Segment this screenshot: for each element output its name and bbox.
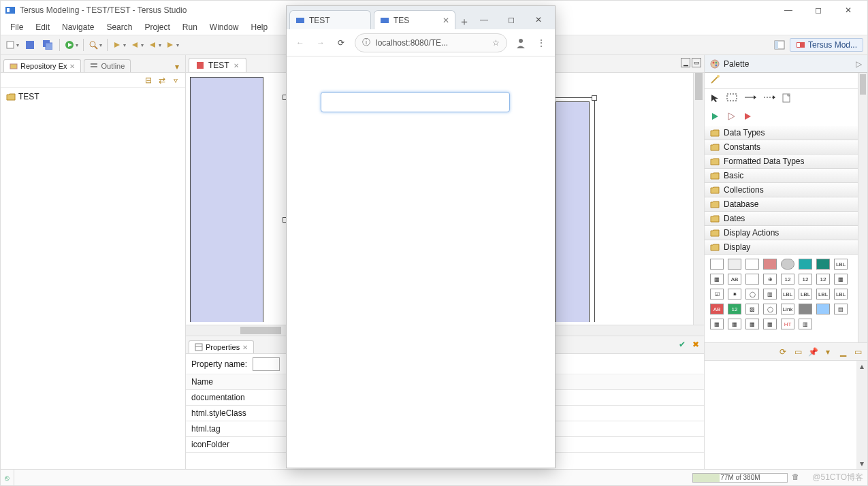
connection-tool-icon[interactable] [744, 93, 756, 105]
run-button[interactable] [64, 37, 79, 52]
widget-icon[interactable] [763, 259, 777, 270]
site-info-icon[interactable]: ⓘ [362, 37, 370, 48]
collapse-all-icon[interactable]: ⊟ [143, 75, 154, 86]
nav-back-button[interactable] [129, 37, 144, 52]
widget-icon[interactable]: ◯ [763, 304, 777, 314]
widget-icon[interactable] [728, 259, 741, 270]
widget-icon[interactable] [816, 304, 830, 314]
save-button[interactable] [22, 37, 37, 52]
menu-navigate[interactable]: Navigate [58, 21, 98, 33]
focused-text-input[interactable] [321, 92, 510, 112]
widget-icon[interactable]: ▥ [799, 319, 812, 329]
profile-icon[interactable] [514, 36, 528, 50]
widget-icon[interactable] [799, 304, 812, 314]
tab-repository-explorer[interactable]: Repository Ex ✕ [3, 59, 81, 72]
widget-icon[interactable]: HT [781, 319, 794, 329]
ide-minimize-button[interactable]: — [773, 1, 803, 20]
widget-icon[interactable]: ◯ [745, 289, 759, 299]
new-button[interactable] [5, 37, 20, 52]
heap-status[interactable]: 77M of 380M [692, 473, 788, 483]
widget-icon[interactable]: LBL [816, 289, 830, 299]
reload-icon[interactable]: ⟳ [334, 36, 348, 50]
widget-icon[interactable]: ✷ [728, 289, 741, 299]
maximize-icon[interactable]: ▭ [852, 346, 863, 357]
dashed-connection-tool-icon[interactable] [763, 93, 775, 105]
view-menu-icon[interactable]: ▾ [172, 61, 182, 72]
tab-properties[interactable]: Properties ✕ [189, 340, 254, 353]
menu-project[interactable]: Project [140, 21, 174, 33]
palette-vscrollbar[interactable] [858, 73, 867, 342]
widget-icon[interactable]: ▦ [763, 319, 777, 329]
close-icon[interactable]: ✕ [242, 344, 248, 351]
drawer-database[interactable]: Database [705, 197, 867, 212]
widget-icon[interactable]: ☑ [710, 289, 724, 299]
drawer-dates[interactable]: Dates [705, 212, 867, 226]
widget-icon[interactable] [745, 274, 759, 285]
search-button[interactable] [88, 37, 103, 52]
widget-icon[interactable]: AB [710, 304, 724, 314]
drawer-basic[interactable]: Basic [705, 169, 867, 183]
palette-collapse-icon[interactable]: ▷ [856, 59, 862, 69]
menu-search[interactable]: Search [102, 21, 136, 33]
browser-close-button[interactable]: ✕ [525, 10, 552, 29]
widget-icon[interactable]: ▦ [710, 319, 724, 329]
widget-icon[interactable]: 12 [728, 304, 741, 314]
tab-close-icon[interactable]: ✕ [443, 16, 449, 25]
palette-header[interactable]: Palette ▷ [705, 55, 867, 73]
resize-handle[interactable] [592, 95, 597, 101]
drawer-collections[interactable]: Collections [705, 183, 867, 197]
menu-file[interactable]: File [6, 21, 27, 33]
drawer-display-actions[interactable]: Display Actions [705, 226, 867, 240]
drawer-formatted-data-types[interactable]: Formatted Data Types [705, 155, 867, 169]
link-editor-icon[interactable]: ⇄ [157, 75, 167, 86]
bookmark-star-icon[interactable]: ☆ [492, 38, 500, 48]
widget-icon[interactable] [799, 259, 812, 270]
save-all-button[interactable] [40, 37, 55, 52]
forward-history-button[interactable] [165, 37, 180, 52]
ide-close-button[interactable]: ✕ [833, 1, 863, 20]
editor-vscrollbar[interactable] [693, 73, 704, 325]
widget-icon[interactable]: LBL [799, 289, 812, 299]
gc-trash-icon[interactable]: 🗑 [792, 472, 803, 483]
play-green-icon[interactable] [710, 112, 720, 123]
widget-icon[interactable]: AB [728, 274, 741, 285]
menu-edit[interactable]: Edit [31, 21, 54, 33]
widget-icon[interactable]: ▥ [763, 289, 777, 299]
pin-icon[interactable]: 📌 [807, 346, 818, 357]
widget-icon[interactable]: ▦ [728, 319, 741, 329]
editor-minimize-icon[interactable]: ▁ [681, 58, 690, 67]
widget-icon[interactable]: LBL [781, 289, 794, 299]
refresh-icon[interactable]: ⟳ [777, 346, 788, 357]
widget-icon[interactable]: 12 [816, 274, 830, 285]
address-bar[interactable]: ⓘ localhost:8080/TE... ☆ [355, 33, 507, 52]
editor-tab-test[interactable]: TEST ✕ [189, 58, 246, 72]
model-block-right[interactable] [556, 101, 590, 322]
browser-tab-1[interactable]: TEST [289, 10, 371, 29]
new-tab-button[interactable]: ＋ [458, 15, 470, 29]
tree-root-item[interactable]: TEST [6, 91, 180, 103]
model-block-left[interactable] [190, 77, 263, 322]
play-outline-icon[interactable] [726, 112, 736, 123]
drawer-data-types[interactable]: Data Types [705, 126, 867, 140]
validate-icon[interactable]: ✔ [677, 339, 688, 350]
drawer-display[interactable]: Display [705, 240, 867, 255]
browser-tab-2[interactable]: TES ✕ [374, 10, 455, 29]
widget-icon[interactable] [781, 259, 794, 270]
widget-icon[interactable]: ▧ [745, 304, 759, 314]
browser-minimize-button[interactable]: — [470, 10, 498, 29]
wand-icon[interactable] [710, 75, 721, 86]
close-icon[interactable]: ✕ [69, 63, 75, 70]
minimize-icon[interactable]: ▁ [837, 346, 848, 357]
widget-icon[interactable]: ⊕ [763, 274, 777, 285]
nav-forward-button[interactable] [112, 37, 127, 52]
browser-maximize-button[interactable]: ◻ [498, 10, 525, 29]
open-perspective-button[interactable] [772, 37, 787, 52]
widget-icon[interactable] [710, 259, 724, 270]
play-red-icon[interactable] [743, 112, 752, 123]
repository-tree[interactable]: TEST [1, 88, 185, 469]
widget-icon[interactable]: LBL [834, 289, 848, 299]
menu-help[interactable]: Help [247, 21, 272, 33]
back-history-button[interactable] [147, 37, 162, 52]
widget-icon[interactable]: 12 [799, 274, 812, 285]
view-menu-icon[interactable]: ▿ [170, 75, 181, 86]
